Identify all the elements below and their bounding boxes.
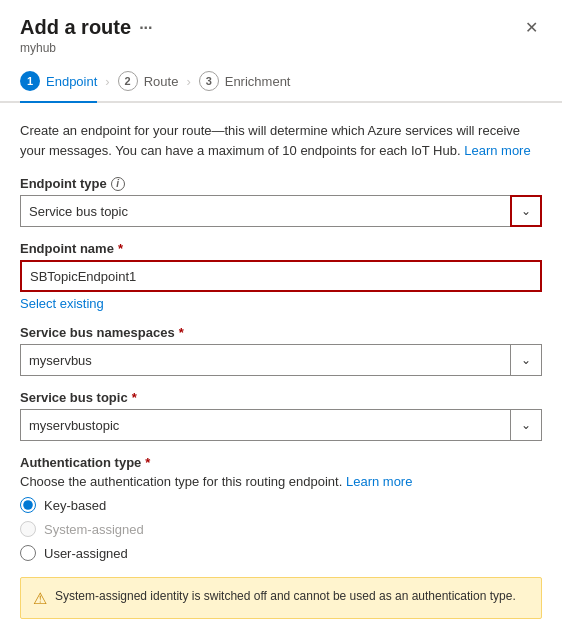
title-block: Add a route ··· myhub (20, 16, 152, 55)
step-sep-2: › (186, 74, 190, 89)
auth-system-assigned-option: System-assigned (20, 521, 542, 537)
steps-bar: 1 Endpoint › 2 Route › 3 Enrichment (0, 59, 562, 103)
auth-system-assigned-radio (20, 521, 36, 537)
service-bus-namespaces-wrapper: myservbus ⌄ (20, 344, 542, 376)
auth-key-based-label: Key-based (44, 498, 106, 513)
auth-type-description: Choose the authentication type for this … (20, 474, 542, 489)
endpoint-type-label: Endpoint type i (20, 176, 542, 191)
service-bus-namespaces-label: Service bus namespaces * (20, 325, 542, 340)
step-sep-1: › (105, 74, 109, 89)
step-1-circle: 1 (20, 71, 40, 91)
service-bus-topic-required: * (132, 390, 137, 405)
service-bus-topic-wrapper: myservbustopic ⌄ (20, 409, 542, 441)
service-bus-topic-group: Service bus topic * myservbustopic ⌄ (20, 390, 542, 441)
warning-box: ⚠ System-assigned identity is switched o… (20, 577, 542, 619)
title-text: Add a route (20, 16, 131, 39)
endpoint-name-input[interactable] (20, 260, 542, 292)
endpoint-type-select[interactable]: Service bus topic (20, 195, 542, 227)
step-enrichment[interactable]: 3 Enrichment (199, 71, 291, 101)
step-route[interactable]: 2 Route (118, 71, 179, 101)
description-text: Create an endpoint for your route—this w… (20, 121, 542, 160)
panel-subtitle: myhub (20, 41, 152, 55)
auth-user-assigned-label: User-assigned (44, 546, 128, 561)
warning-icon: ⚠ (33, 589, 47, 608)
step-endpoint[interactable]: 1 Endpoint (20, 71, 97, 103)
panel-title: Add a route ··· (20, 16, 152, 39)
panel-body: Create an endpoint for your route—this w… (0, 103, 562, 643)
service-bus-topic-label: Service bus topic * (20, 390, 542, 405)
endpoint-type-select-wrapper: Service bus topic ⌄ (20, 195, 542, 227)
select-existing-link[interactable]: Select existing (20, 296, 104, 311)
auth-learn-more-link[interactable]: Learn more (346, 474, 412, 489)
step-2-circle: 2 (118, 71, 138, 91)
auth-radio-group: Key-based System-assigned User-assigned (20, 497, 542, 561)
auth-type-label: Authentication type * (20, 455, 542, 470)
step-3-label: Enrichment (225, 74, 291, 89)
endpoint-type-info-icon[interactable]: i (111, 177, 125, 191)
auth-type-required: * (145, 455, 150, 470)
step-3-circle: 3 (199, 71, 219, 91)
auth-user-assigned-radio[interactable] (20, 545, 36, 561)
endpoint-type-group: Endpoint type i Service bus topic ⌄ (20, 176, 542, 227)
endpoint-name-required: * (118, 241, 123, 256)
service-bus-namespaces-group: Service bus namespaces * myservbus ⌄ (20, 325, 542, 376)
endpoint-name-label: Endpoint name * (20, 241, 542, 256)
service-bus-namespaces-select[interactable]: myservbus (20, 344, 542, 376)
panel-header: Add a route ··· myhub ✕ (0, 0, 562, 59)
warning-text: System-assigned identity is switched off… (55, 588, 516, 605)
auth-system-assigned-label: System-assigned (44, 522, 144, 537)
auth-type-group: Authentication type * Choose the authent… (20, 455, 542, 561)
add-route-panel: Add a route ··· myhub ✕ 1 Endpoint › 2 R… (0, 0, 562, 643)
ellipsis-icon[interactable]: ··· (139, 19, 152, 37)
auth-user-assigned-option[interactable]: User-assigned (20, 545, 542, 561)
auth-key-based-option[interactable]: Key-based (20, 497, 542, 513)
description-learn-more-link[interactable]: Learn more (464, 143, 530, 158)
step-2-label: Route (144, 74, 179, 89)
step-1-label: Endpoint (46, 74, 97, 89)
auth-key-based-radio[interactable] (20, 497, 36, 513)
close-button[interactable]: ✕ (521, 14, 542, 41)
service-bus-namespaces-required: * (179, 325, 184, 340)
endpoint-name-group: Endpoint name * Select existing (20, 241, 542, 311)
service-bus-topic-select[interactable]: myservbustopic (20, 409, 542, 441)
